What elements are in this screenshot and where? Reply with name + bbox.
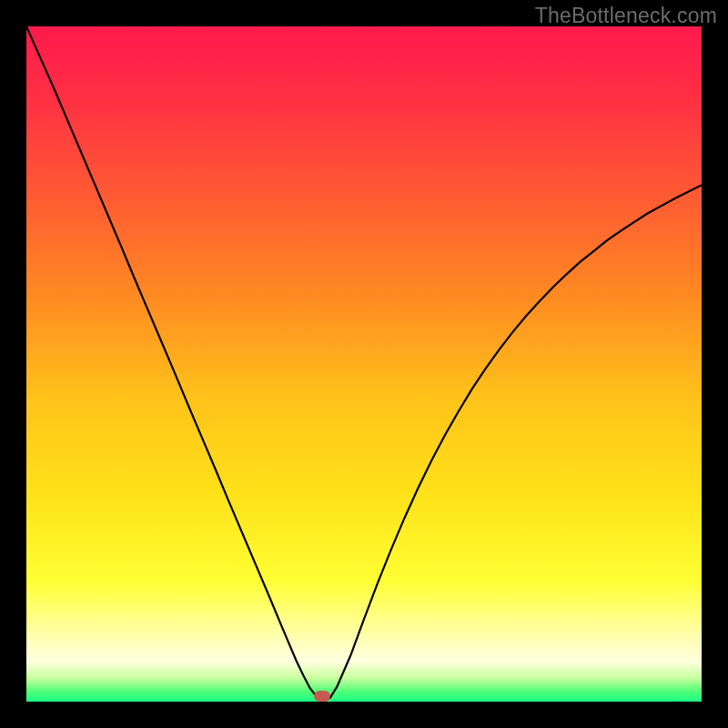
chart-frame: TheBottleneck.com bbox=[0, 0, 728, 728]
plot-area bbox=[26, 26, 702, 702]
bottleneck-curve bbox=[26, 26, 702, 702]
watermark-text: TheBottleneck.com bbox=[535, 4, 717, 28]
optimal-point-marker bbox=[314, 691, 330, 702]
